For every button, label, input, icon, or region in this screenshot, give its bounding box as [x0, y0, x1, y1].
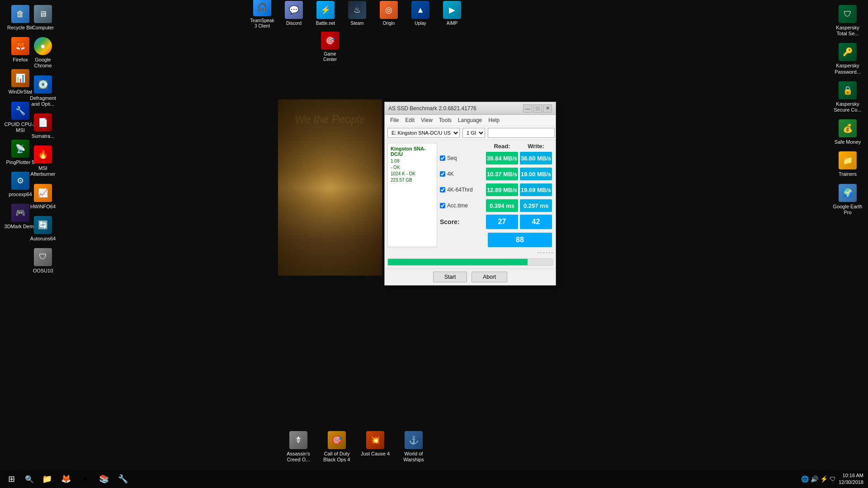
desktop-icon-trainers[interactable]: 📁 Trainers	[830, 149, 866, 180]
minimize-button[interactable]: —	[523, 104, 532, 113]
4k-checkbox[interactable]	[440, 171, 445, 177]
assassin-icon: 🗡	[289, 431, 307, 449]
computer-label: Computer	[32, 25, 54, 31]
library-icon: 📚	[99, 474, 109, 484]
taskbar-file-explorer[interactable]: 📁	[38, 470, 56, 488]
menu-tools[interactable]: Tools	[436, 116, 454, 124]
chrome-taskbar-icon: ●	[83, 474, 88, 484]
tray-network-icon[interactable]: 🌐	[801, 475, 809, 483]
taskbar: ⊞ 🔍 📁 🦊 ● 📚 🔧 🌐 🔊 ⚡ 🛡 10:16 AM 12/30/20	[0, 470, 868, 488]
window-toolbar: E: Kingston SNA-DC/U USB Device 1 GB	[385, 126, 556, 140]
acc-checkbox[interactable]	[440, 203, 445, 208]
taskbar-clock[interactable]: 10:16 AM 12/30/2018	[839, 472, 863, 486]
taskbar-extra[interactable]: 🔧	[114, 470, 132, 488]
window-title: AS SSD Benchmark 2.0.6821.41776	[388, 105, 523, 112]
write-header: Write:	[519, 143, 553, 150]
top-icon-teamspeak[interactable]: 🎧 TeamSpeak 3 Client	[249, 0, 276, 29]
battlenet-icon: ⚡	[316, 1, 335, 19]
desktop-icon-warships[interactable]: ⚓ World of Warships	[396, 428, 432, 465]
abort-button[interactable]: Abort	[472, 272, 507, 282]
window-controls: — □ ✕	[523, 104, 552, 113]
taskbar-search[interactable]: 🔍	[23, 470, 36, 488]
warships-icon: ⚓	[405, 431, 423, 449]
seq-read-value: 39.84 MB/s	[486, 152, 518, 164]
taskbar-firefox[interactable]: 🦊	[57, 470, 75, 488]
desktop-icon-kaspersky-secure[interactable]: 🔒 Kaspersky Secure Co...	[830, 79, 866, 116]
taskbar-right: 🌐 🔊 ⚡ 🛡 10:16 AM 12/30/2018	[797, 470, 868, 488]
hwinfo-icon: 📈	[34, 184, 52, 202]
top-icon-uplay[interactable]: ▲ Uplay	[407, 1, 434, 26]
desktop-icon-safe-money[interactable]: 💰 Safe Money	[830, 117, 866, 148]
score-total-value: 88	[488, 233, 552, 247]
top-icon-gamecenter[interactable]: 🎯 GameCenter	[316, 32, 344, 62]
acc-write-value: 0.297 ms	[520, 199, 552, 212]
menu-file[interactable]: File	[387, 116, 401, 124]
top-icon-battlenet[interactable]: ⚡ Battle.net	[312, 1, 339, 26]
device-version: 1.08	[391, 158, 434, 164]
desktop-icon-chrome[interactable]: ● Google Chrome	[25, 34, 61, 71]
desktop-icon-computer[interactable]: 🖥 Computer	[25, 2, 61, 33]
sumatra-label: Sumatra...	[32, 133, 55, 139]
size-selector[interactable]: 1 GB	[462, 128, 485, 138]
4k64-write-value: 19.69 MB/s	[520, 183, 552, 196]
desktop-icon-kaspersky-total[interactable]: 🛡 Kaspersky Total Se...	[830, 2, 866, 39]
seq-write-value: 36.60 MB/s	[520, 152, 552, 164]
taskbar-chrome[interactable]: ●	[76, 470, 94, 488]
desktop-icon-cod[interactable]: 🎯 Call of Duty Black Ops 4	[319, 428, 355, 465]
device-name: Kingston SNA-DC/U	[391, 146, 434, 157]
desktop-icon-autoruns[interactable]: 🔄 Autoruns64	[25, 213, 61, 244]
window-footer: Start Abort	[385, 268, 556, 285]
4k64-checkbox[interactable]	[440, 187, 445, 192]
tray-volume-icon[interactable]: 🔊	[811, 475, 818, 483]
safe-money-label: Safe Money	[835, 139, 861, 145]
file-explorer-icon: 📁	[42, 474, 52, 484]
desktop-icon-sumatra[interactable]: 📄 Sumatra...	[25, 111, 61, 142]
msi-label: MSI Afterburner	[27, 165, 59, 177]
autoruns-icon: 🔄	[34, 216, 52, 234]
close-button[interactable]: ✕	[543, 104, 552, 113]
menu-edit[interactable]: Edit	[402, 116, 417, 124]
desktop-icon-msi[interactable]: 🔥 MSI Afterburner	[25, 143, 61, 180]
kaspersky-total-icon: 🛡	[839, 5, 857, 23]
4k-row: 4K 10.37 MB/s 19.00 MB/s	[440, 167, 553, 181]
teamspeak-icon: 🎧	[253, 0, 271, 16]
desktop-icon-assassin[interactable]: 🗡 Assassin's Creed O...	[280, 428, 316, 465]
desktop-icon-google-earth[interactable]: 🌍 Google Earth Pro	[830, 181, 866, 218]
maximize-button[interactable]: □	[533, 104, 542, 113]
desktop-icon-oosu[interactable]: 🛡 OOSU10	[25, 245, 61, 277]
result-info-text: - - - - - -	[538, 250, 553, 255]
device-info-panel: Kingston SNA-DC/U 1.08 - OK 1024 K - OK …	[387, 143, 437, 247]
seq-checkbox[interactable]	[440, 155, 445, 161]
tray-battery-icon: ⚡	[820, 475, 828, 483]
origin-label: Origin	[383, 21, 395, 26]
bottom-game-icons: 🗡 Assassin's Creed O... 🎯 Call of Duty B…	[280, 428, 432, 465]
score-write-value: 42	[520, 215, 552, 229]
taskbar-library[interactable]: 📚	[95, 470, 113, 488]
aimp-label: AIMP	[447, 21, 458, 26]
menu-view[interactable]: View	[418, 116, 435, 124]
filter-input[interactable]	[488, 128, 555, 138]
top-icon-steam[interactable]: ♨ Steam	[344, 1, 371, 26]
desktop-icon-jc4[interactable]: 💥 Just Cause 4	[357, 428, 393, 465]
desktop-icon-kaspersky-pass[interactable]: 🔑 Kaspersky Password...	[830, 40, 866, 77]
cod-icon: 🎯	[328, 431, 346, 449]
device-selector[interactable]: E: Kingston SNA-DC/U USB Device	[387, 128, 460, 138]
top-icon-origin[interactable]: ◎ Origin	[375, 1, 402, 26]
desktop-icon-hwinfo[interactable]: 📈 HWiNFO64	[25, 181, 61, 212]
score-total-row: 88	[440, 231, 553, 247]
defrag-icon: 💽	[34, 75, 52, 94]
aimp-icon: ▶	[443, 1, 461, 19]
top-icon-discord[interactable]: 💬 Discord	[280, 1, 307, 26]
top-icon-aimp[interactable]: ▶ AIMP	[439, 1, 466, 26]
menu-language[interactable]: Language	[455, 116, 485, 124]
start-button[interactable]: ⊞	[0, 470, 23, 488]
acc-read-value: 0.394 ms	[486, 199, 518, 212]
oosu-icon: 🛡	[34, 248, 52, 266]
jc4-label: Just Cause 4	[361, 451, 390, 457]
uplay-label: Uplay	[415, 21, 426, 26]
start-button[interactable]: Start	[433, 272, 467, 282]
menu-help[interactable]: Help	[486, 116, 502, 124]
desktop-icon-defrag[interactable]: 💽 Defragment and Opti...	[25, 73, 61, 110]
oosu-label: OOSU10	[33, 268, 53, 274]
acc-row: Acc.time 0.394 ms 0.297 ms	[440, 199, 553, 212]
